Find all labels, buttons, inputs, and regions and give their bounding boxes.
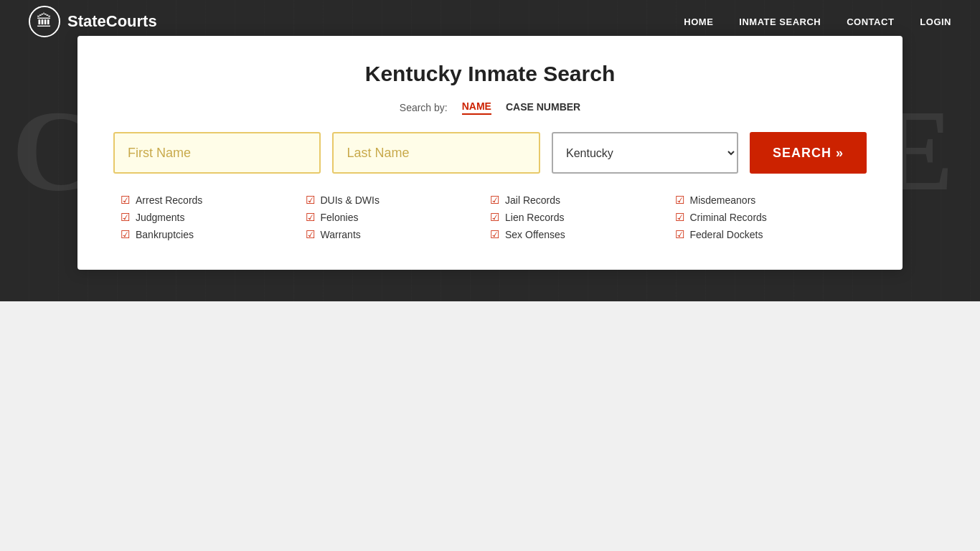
check-icon: ☑ bbox=[306, 211, 315, 224]
check-label: Arrest Records bbox=[136, 194, 202, 206]
search-title: Kentucky Inmate Search bbox=[113, 62, 867, 86]
checks-grid: ☑Arrest Records☑DUIs & DWIs☑Jail Records… bbox=[113, 194, 867, 241]
nav-home[interactable]: HOME bbox=[684, 17, 713, 27]
check-item: ☑Jail Records bbox=[490, 194, 675, 207]
check-icon: ☑ bbox=[675, 194, 684, 207]
search-by-label: Search by: bbox=[400, 102, 448, 113]
check-item: ☑Felonies bbox=[306, 211, 491, 224]
check-icon: ☑ bbox=[675, 228, 684, 241]
check-label: Bankruptcies bbox=[136, 229, 194, 240]
check-item: ☑Warrants bbox=[306, 228, 491, 241]
nav-login[interactable]: LOGIN bbox=[920, 17, 951, 27]
nav-links: HOME INMATE SEARCH CONTACT LOGIN bbox=[684, 17, 951, 27]
check-item: ☑Judgments bbox=[121, 211, 306, 224]
logo-icon: 🏛 bbox=[29, 6, 60, 37]
check-label: Warrants bbox=[321, 229, 361, 240]
check-icon: ☑ bbox=[306, 228, 315, 241]
check-label: DUIs & DWIs bbox=[321, 194, 380, 206]
check-icon: ☑ bbox=[490, 211, 499, 224]
check-icon: ☑ bbox=[121, 228, 130, 241]
search-by-row: Search by: NAME CASE NUMBER bbox=[113, 100, 867, 115]
check-icon: ☑ bbox=[490, 194, 499, 207]
first-name-input[interactable] bbox=[113, 132, 321, 174]
check-item: ☑DUIs & DWIs bbox=[306, 194, 491, 207]
check-label: Misdemeanors bbox=[690, 194, 756, 206]
check-label: Felonies bbox=[321, 212, 359, 223]
check-label: Lien Records bbox=[505, 212, 565, 223]
check-label: Judgments bbox=[136, 212, 184, 223]
check-icon: ☑ bbox=[490, 228, 499, 241]
check-icon: ☑ bbox=[121, 211, 130, 224]
last-name-input[interactable] bbox=[332, 132, 540, 174]
search-fields: Kentucky Alabama Alaska Arizona Arkansas… bbox=[113, 132, 867, 174]
check-item: ☑Misdemeanors bbox=[675, 194, 860, 207]
check-icon: ☑ bbox=[121, 194, 130, 207]
site-logo[interactable]: 🏛 StateCourts bbox=[29, 6, 157, 37]
check-icon: ☑ bbox=[306, 194, 315, 207]
check-item: ☑Bankruptcies bbox=[121, 228, 306, 241]
logo-text: StateCourts bbox=[67, 12, 157, 31]
hero-section: COURTHOUSE 🏛 StateCourts HOME INMATE SEA… bbox=[0, 0, 980, 301]
search-card: Kentucky Inmate Search Search by: NAME C… bbox=[77, 36, 903, 270]
check-item: ☑Sex Offenses bbox=[490, 228, 675, 241]
state-select[interactable]: Kentucky Alabama Alaska Arizona Arkansas… bbox=[552, 132, 738, 174]
check-item: ☑Federal Dockets bbox=[675, 228, 860, 241]
nav-contact[interactable]: CONTACT bbox=[847, 17, 894, 27]
search-button[interactable]: SEARCH » bbox=[750, 132, 867, 174]
check-label: Sex Offenses bbox=[505, 229, 565, 240]
check-item: ☑Arrest Records bbox=[121, 194, 306, 207]
check-label: Criminal Records bbox=[690, 212, 767, 223]
nav-inmate-search[interactable]: INMATE SEARCH bbox=[739, 17, 821, 27]
check-item: ☑Criminal Records bbox=[675, 211, 860, 224]
tab-name[interactable]: NAME bbox=[462, 100, 491, 115]
check-label: Federal Dockets bbox=[690, 229, 763, 240]
check-icon: ☑ bbox=[675, 211, 684, 224]
check-label: Jail Records bbox=[505, 194, 560, 206]
tab-case-number[interactable]: CASE NUMBER bbox=[506, 101, 580, 114]
check-item: ☑Lien Records bbox=[490, 211, 675, 224]
